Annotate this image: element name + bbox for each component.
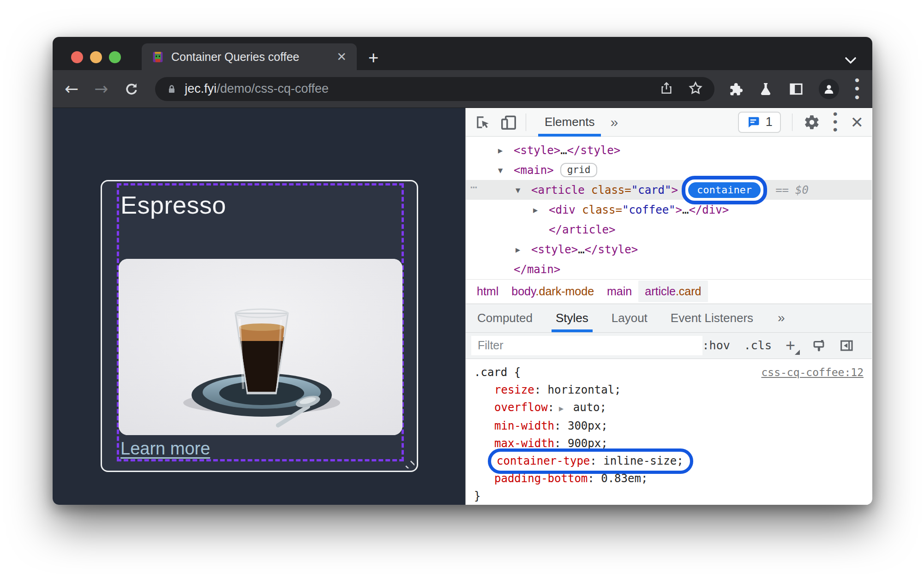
toggle-sidebar-icon[interactable] [839,338,854,353]
toggle-hover-state[interactable]: :hov [702,339,730,352]
more-panels-icon[interactable]: » [610,114,618,130]
dom-token: <style> [531,243,578,256]
dom-token: $0 [795,184,809,197]
dom-token: </style> [585,243,638,256]
browser-window: Container Queries coffee ✕ + ← → jec.fyi… [53,37,872,505]
tab-strip: Container Queries coffee ✕ + [53,37,872,70]
css-rule-selector[interactable]: .card { [474,364,521,381]
dom-token: <article [531,184,585,197]
tab-close-icon[interactable]: ✕ [336,51,347,63]
settings-gear-icon[interactable] [804,114,820,131]
annotation-ring: container [682,176,767,204]
expand-arrow-icon[interactable]: ▶ [533,205,549,215]
tab-elements-label: Elements [545,115,594,129]
browser-toolbar: ← → jec.fyi/demo/css-cq-coffee [53,70,872,108]
browser-menu-icon[interactable]: ••• [854,76,860,102]
expand-arrow-icon[interactable]: ▶ [516,245,531,254]
side-panel-icon[interactable] [788,81,804,97]
dom-tree-row[interactable]: ▼<main>grid [466,160,872,180]
devtools-close-icon[interactable]: ✕ [851,113,864,132]
espresso-card[interactable]: Espresso [101,180,418,472]
bookmark-star-icon[interactable] [688,80,703,98]
dom-token: </main> [514,263,560,276]
screenshot-canvas: { "browser": { "tab_title": "Container Q… [0,0,924,574]
minimize-window-button[interactable] [90,51,102,63]
breadcrumb-item[interactable]: article.card [638,281,708,302]
tab-elements[interactable]: Elements [541,108,598,137]
new-style-rule-icon[interactable]: + [786,337,795,354]
css-property-line[interactable]: overflow:▶ auto; [474,399,864,417]
issues-count: 1 [766,115,773,129]
dom-token: "card" [631,184,672,197]
share-icon[interactable] [659,81,674,97]
learn-more-link[interactable]: Learn more [120,439,210,459]
zoom-window-button[interactable] [109,51,121,63]
row-menu-icon[interactable]: ⋯ [470,181,477,194]
dom-tree-row[interactable]: ⋯▼<article class="card">container==$0 [466,180,872,200]
sidebar-tab-event-listeners[interactable]: Event Listeners [659,304,765,332]
css-property-line[interactable]: resize: horizontal; [474,381,864,399]
device-toolbar-icon[interactable] [500,114,517,131]
resize-handle[interactable] [403,457,414,468]
favicon-icon [152,51,164,63]
css-properties: resize: horizontal;overflow:▶ auto;min-w… [474,381,864,487]
dom-token: "coffee" [622,203,676,216]
extensions-puzzle-icon[interactable] [727,81,743,97]
new-tab-button[interactable]: + [368,49,378,66]
lock-icon [166,83,177,96]
card-title: Espresso [120,191,226,219]
dom-tree-row[interactable]: </main> [466,259,872,279]
expand-arrow-icon[interactable]: ▶ [498,146,514,155]
dom-tree-row[interactable]: ▶<style>…</style> [466,140,872,160]
breadcrumb-item[interactable]: html [470,281,505,302]
dom-tree-row[interactable]: ▶<div class="coffee">…</div> [466,200,872,220]
sidebar-tab-layout[interactable]: Layout [600,304,659,332]
back-button[interactable]: ← [65,81,78,97]
css-property-line[interactable]: container-type: inline-size; [474,452,864,470]
container-badge[interactable]: container [688,182,761,198]
dom-tree: ▶<style>…</style>▼<main>grid⋯▼<article c… [466,137,872,279]
chevron-down-icon[interactable] [846,53,856,63]
more-sidebar-tabs-icon[interactable]: » [778,311,785,325]
url-text: jec.fyi/demo/css-cq-coffee [185,82,645,96]
url-bar[interactable]: jec.fyi/demo/css-cq-coffee [155,77,714,101]
expand-arrow-icon[interactable]: ▼ [498,166,514,175]
dom-tree-row[interactable]: </article> [466,220,872,239]
inspect-element-icon[interactable] [474,114,492,131]
reload-button[interactable] [124,81,139,97]
dom-token: <div [549,203,576,216]
breadcrumb-item[interactable]: body.dark-mode [505,281,600,302]
sidebar-tab-styles[interactable]: Styles [544,304,600,332]
close-window-button[interactable] [71,51,83,63]
dom-token: class= [585,184,631,197]
styles-filter-input[interactable] [471,336,702,355]
window-content: Espresso [53,108,872,505]
grid-badge[interactable]: grid [560,163,598,177]
dom-token: … [578,243,584,256]
expand-arrow-icon[interactable]: ▼ [516,185,531,195]
tab-title: Container Queries coffee [171,50,329,64]
breadcrumb-item[interactable]: main [600,281,638,302]
dom-token: > [671,184,678,197]
rendered-page: Espresso [53,108,465,505]
paint-brush-icon[interactable] [811,338,827,353]
issues-chat-icon [746,115,760,129]
issues-badge[interactable]: 1 [738,112,781,133]
styles-pane: .card { css-cq-coffee:12 resize: horizon… [466,359,872,505]
profile-avatar[interactable] [819,79,839,99]
dom-token: </div> [689,203,729,216]
dom-token: … [560,144,567,157]
dom-token: == [775,184,789,197]
dom-token: <style> [514,144,560,157]
sidebar-tab-computed[interactable]: Computed [466,304,544,332]
sidebar-tabs: ComputedStylesLayoutEvent Listeners» [466,304,872,332]
devtools-toolbar: Elements » 1 ••• [466,108,872,137]
css-source-link[interactable]: css-cq-coffee:12 [761,364,864,381]
dom-tree-row[interactable]: ▶<style>…</style> [466,239,872,259]
devtools-menu-icon[interactable]: ••• [833,110,838,133]
css-property-line[interactable]: min-width: 300px; [474,417,864,435]
forward-button[interactable]: → [94,81,108,97]
toggle-classes[interactable]: .cls [744,339,772,352]
browser-tab[interactable]: Container Queries coffee ✕ [142,43,357,70]
flask-beaker-icon[interactable] [758,81,774,97]
